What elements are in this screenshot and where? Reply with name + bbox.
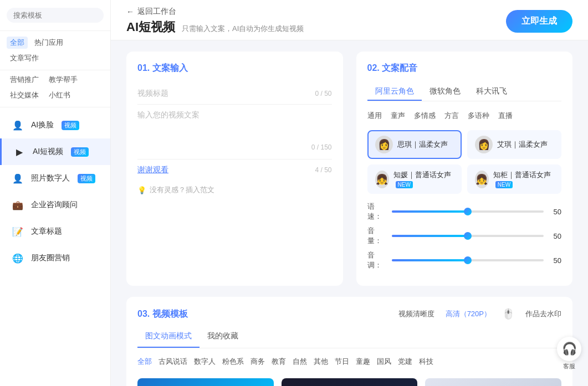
video-tab-我的收藏[interactable]: 我的收藏 [200,328,246,348]
desc-value[interactable]: 谢谢观看 [137,165,168,175]
generate-button[interactable]: 立即生成 [506,10,572,33]
filter-tag-童声[interactable]: 童声 [391,109,405,122]
section-01-prefix: 01. [137,63,150,73]
voice-avatar: 👩 [375,136,393,153]
sliders: 语速：50音量：50音调：50 [367,202,562,270]
slider-thumb[interactable] [464,232,472,240]
desc-field-row: 谢谢观看 4 / 50 [137,159,332,181]
sidebar-item-label: 企业咨询顾问 [31,200,78,210]
filter-tag-多语种[interactable]: 多语种 [468,109,489,122]
video-tabs: 图文动画模式我的收藏 [137,328,561,348]
video-thumb-1[interactable]: Ai [282,378,418,386]
sidebar: 全部热门应用文章写作 营销推广教学帮手社交媒体小红书 👤AI换脸视频▶AI短视频… [0,0,111,386]
slider-track[interactable] [392,210,544,213]
sidebar-item-label: AI换脸 [31,120,54,130]
quality-value[interactable]: 高清（720P） [446,309,491,319]
sub-tag-小红书[interactable]: 小红书 [45,89,74,101]
slider-label: 音量： [367,226,387,246]
voice-name: 思琪｜温柔女声 [397,140,448,150]
category-tag-古风说话[interactable]: 古风说话 [158,355,187,368]
section-03-text: 视频模板 [152,309,188,318]
back-arrow-icon: ← [126,7,134,16]
slider-track[interactable] [392,235,544,237]
video-thumb-2[interactable] [425,378,561,386]
filter-tag-方言[interactable]: 方言 [444,109,459,122]
nav-tag-文章写作[interactable]: 文章写作 [7,52,42,64]
voice-tab-阿里云角色[interactable]: 阿里云角色 [367,83,422,101]
category-tag-其他[interactable]: 其他 [314,355,328,368]
slider-track[interactable] [392,259,544,261]
content-field: 输入您的视频文案 0 / 150 [137,105,332,157]
sidebar-item-AI短视频[interactable]: ▶AI短视频视频 [0,138,110,165]
voice-tab-科大讯飞[interactable]: 科大讯飞 [468,83,515,101]
video-grid-thumbs: 万彩AiAi [137,378,561,386]
hint-row[interactable]: 💡 没有灵感？插入范文 [137,185,332,195]
sidebar-item-label: AI短视频 [33,147,63,157]
section-03-prefix: 03. [137,309,150,318]
category-tag-节日[interactable]: 节日 [335,355,349,368]
hint-text[interactable]: 没有灵感？插入范文 [150,185,214,195]
slider-value: 50 [548,232,561,240]
slider-value: 50 [548,256,561,265]
search-input[interactable] [7,8,104,23]
watermark-label[interactable]: 作品去水印 [525,309,561,319]
section-02-title: 02. 文案配音 [367,63,562,74]
filter-tags: 通用童声多情感方言多语种直播 [367,109,562,122]
slider-label: 语速： [367,202,387,222]
service-label: 客服 [563,362,575,370]
sidebar-item-label: 照片数字人 [31,173,70,183]
sidebar-item-AI换脸[interactable]: 👤AI换脸视频 [0,112,110,138]
filter-tag-多情感[interactable]: 多情感 [414,109,436,122]
cursor-icon: 🖱️ [502,308,514,320]
service-button[interactable]: 🎧 客服 [557,337,581,370]
slider-thumb[interactable] [464,256,472,264]
voice-card-知媛[interactable]: 👧知媛｜普通话女声NEW [367,164,462,194]
desc-count: 4 / 50 [315,166,331,174]
voice-tab-微软角色[interactable]: 微软角色 [422,83,468,101]
voice-card-艾琪[interactable]: 👩艾琪｜温柔女声 [467,130,561,159]
slider-thumb[interactable] [464,208,472,215]
voice-info: 知媛｜普通话女声NEW [393,170,454,188]
category-tag-科技[interactable]: 科技 [419,355,433,368]
nav-tag-热门应用[interactable]: 热门应用 [31,37,67,49]
nav-tag-全部[interactable]: 全部 [7,37,28,49]
sidebar-item-文章标题[interactable]: 📝文章标题 [0,218,110,245]
content-area: 01. 文案输入 视频标题 0 / 50 输入您的视频文案 0 / 150 谢谢… [111,40,588,386]
category-tag-粉色系[interactable]: 粉色系 [222,355,244,368]
category-tag-数字人[interactable]: 数字人 [194,355,216,368]
video-thumb-0[interactable]: 万彩Ai [137,378,274,386]
voice-avatar: 👩 [475,136,493,153]
voice-card-知柜[interactable]: 👧知柜｜普通话女声NEW [467,164,561,194]
category-tag-国风[interactable]: 国风 [377,355,391,368]
sidebar-item-企业咨询顾问[interactable]: 💼企业咨询顾问 [0,192,110,218]
sidebar-items: 👤AI换脸视频▶AI短视频视频👤照片数字人视频💼企业咨询顾问📝文章标题🌐朋友圈营… [0,107,110,386]
category-tag-教育[interactable]: 教育 [272,355,286,368]
top-row: 01. 文案输入 视频标题 0 / 50 输入您的视频文案 0 / 150 谢谢… [126,52,572,286]
voice-card-思琪[interactable]: 👩思琪｜温柔女声 [367,130,462,159]
video-tab-图文动画模式[interactable]: 图文动画模式 [137,328,200,348]
sidebar-item-icon: 🌐 [10,250,25,266]
content-placeholder[interactable]: 输入您的视频文案 [137,110,332,143]
category-tag-商务[interactable]: 商务 [250,355,265,368]
filter-tag-通用[interactable]: 通用 [367,109,382,122]
sidebar-item-badge: 视频 [71,147,89,157]
section-03-right: 视频清晰度 高清（720P） 🖱️ 作品去水印 [398,308,561,320]
sub-tag-营销推广[interactable]: 营销推广 [7,74,42,86]
slider-row-1: 音量：50 [367,226,562,246]
sidebar-item-朋友圈营销[interactable]: 🌐朋友圈营销 [0,245,110,271]
slider-row-0: 语速：50 [367,202,562,222]
back-link[interactable]: ← 返回工作台 [126,7,304,17]
sub-tag-社交媒体[interactable]: 社交媒体 [7,89,42,101]
voice-grid: 👩思琪｜温柔女声👩艾琪｜温柔女声👧知媛｜普通话女声NEW👧知柜｜普通话女声NEW [367,130,562,194]
sidebar-item-icon: 💼 [10,197,25,213]
category-tag-党建[interactable]: 党建 [398,355,412,368]
sub-tag-教学帮手[interactable]: 教学帮手 [45,74,81,86]
category-tag-全部[interactable]: 全部 [137,355,152,368]
voice-name: 知媛｜普通话女声NEW [393,170,454,188]
category-tag-童趣[interactable]: 童趣 [356,355,370,368]
sidebar-item-照片数字人[interactable]: 👤照片数字人视频 [0,165,110,192]
title-placeholder[interactable]: 视频标题 [137,89,168,99]
filter-tag-直播[interactable]: 直播 [498,109,513,122]
category-tag-自然[interactable]: 自然 [293,355,307,368]
main-content: ← 返回工作台 AI短视频 只需输入文案，AI自动为你生成短视频 立即生成 01… [111,0,588,386]
